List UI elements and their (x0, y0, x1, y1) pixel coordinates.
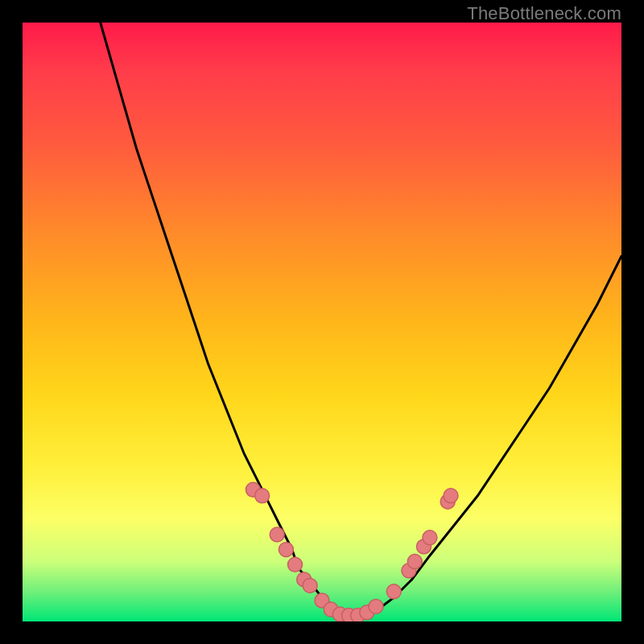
data-marker (324, 602, 338, 617)
data-marker (279, 543, 293, 557)
data-marker (315, 593, 329, 608)
data-marker (444, 489, 458, 503)
data-marker (369, 599, 383, 613)
bottleneck-curve (101, 23, 621, 616)
data-marker (255, 489, 270, 503)
data-marker (407, 555, 422, 569)
data-marker (342, 609, 357, 621)
data-marker (297, 572, 312, 587)
chart-svg (23, 23, 621, 621)
data-marker (303, 578, 317, 592)
data-marker (402, 564, 416, 578)
data-marker (246, 482, 260, 497)
watermark-text: TheBottleneck.com (467, 3, 621, 24)
data-marker (417, 539, 431, 554)
data-marker (360, 605, 374, 620)
marker-group (246, 482, 458, 621)
data-marker (288, 557, 303, 572)
chart-frame: TheBottleneck.com (0, 0, 644, 644)
data-marker (386, 584, 401, 599)
data-marker (332, 607, 347, 621)
plot-area (23, 23, 621, 621)
data-marker (270, 527, 284, 542)
data-marker (423, 530, 437, 545)
data-marker (351, 609, 365, 621)
data-marker (440, 494, 455, 509)
